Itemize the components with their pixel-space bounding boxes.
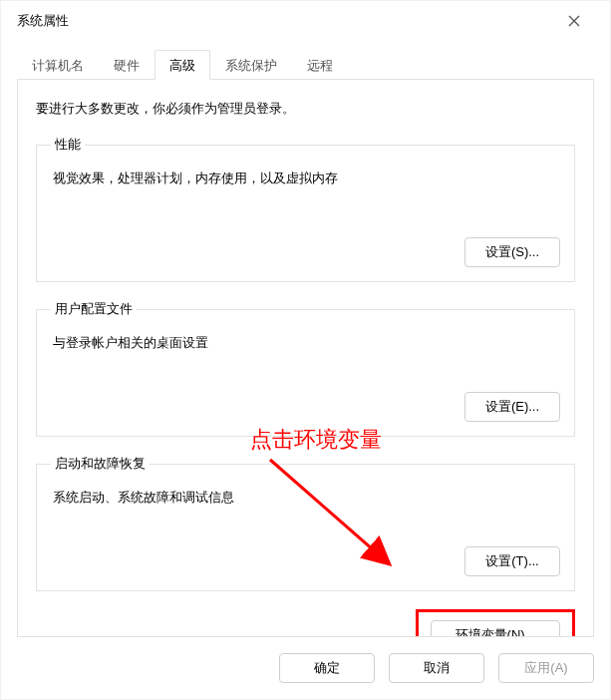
content-area: 计算机名 硬件 高级 系统保护 远程 要进行大多数更改，你必须作为管理员登录。 … <box>17 49 594 639</box>
group-performance-title: 性能 <box>51 136 85 154</box>
apply-button[interactable]: 应用(A) <box>498 653 594 683</box>
close-icon <box>568 15 580 27</box>
group-startup-recovery: 启动和故障恢复 系统启动、系统故障和调试信息 设置(T)... <box>36 455 575 591</box>
user-profiles-settings-button[interactable]: 设置(E)... <box>464 392 560 422</box>
tab-strip: 计算机名 硬件 高级 系统保护 远程 <box>17 49 594 79</box>
environment-variables-button[interactable]: 环境变量(N)... <box>431 620 560 637</box>
ok-button[interactable]: 确定 <box>279 653 375 683</box>
tab-hardware[interactable]: 硬件 <box>99 50 154 80</box>
environment-variables-row: 环境变量(N)... <box>36 609 575 637</box>
dialog-bottom-buttons: 确定 取消 应用(A) <box>279 653 594 683</box>
window-title: 系统属性 <box>17 1 69 41</box>
annotation-highlight-box: 环境变量(N)... <box>416 609 575 637</box>
tab-remote[interactable]: 远程 <box>292 50 348 80</box>
performance-settings-button[interactable]: 设置(S)... <box>464 237 560 267</box>
admin-warning-text: 要进行大多数更改，你必须作为管理员登录。 <box>36 100 575 118</box>
tab-body-advanced: 要进行大多数更改，你必须作为管理员登录。 性能 视觉效果，处理器计划，内存使用，… <box>17 79 594 637</box>
titlebar: 系统属性 <box>1 1 610 41</box>
tab-system-protection[interactable]: 系统保护 <box>210 50 292 80</box>
group-user-profiles-title: 用户配置文件 <box>51 300 137 318</box>
group-startup-recovery-desc: 系统启动、系统故障和调试信息 <box>53 489 560 507</box>
group-user-profiles: 用户配置文件 与登录帐户相关的桌面设置 设置(E)... <box>36 300 575 437</box>
startup-recovery-settings-button[interactable]: 设置(T)... <box>464 546 560 576</box>
system-properties-window: 系统属性 计算机名 硬件 高级 系统保护 远程 要进行大多数更改，你必须作为管理… <box>0 0 611 700</box>
cancel-button[interactable]: 取消 <box>389 653 484 683</box>
tab-advanced[interactable]: 高级 <box>154 50 210 80</box>
group-startup-recovery-title: 启动和故障恢复 <box>51 455 150 473</box>
group-performance-desc: 视觉效果，处理器计划，内存使用，以及虚拟内存 <box>53 170 560 187</box>
group-performance: 性能 视觉效果，处理器计划，内存使用，以及虚拟内存 设置(S)... <box>36 136 575 282</box>
close-button[interactable] <box>554 1 594 41</box>
group-user-profiles-desc: 与登录帐户相关的桌面设置 <box>53 334 560 352</box>
tab-computer-name[interactable]: 计算机名 <box>17 50 99 80</box>
